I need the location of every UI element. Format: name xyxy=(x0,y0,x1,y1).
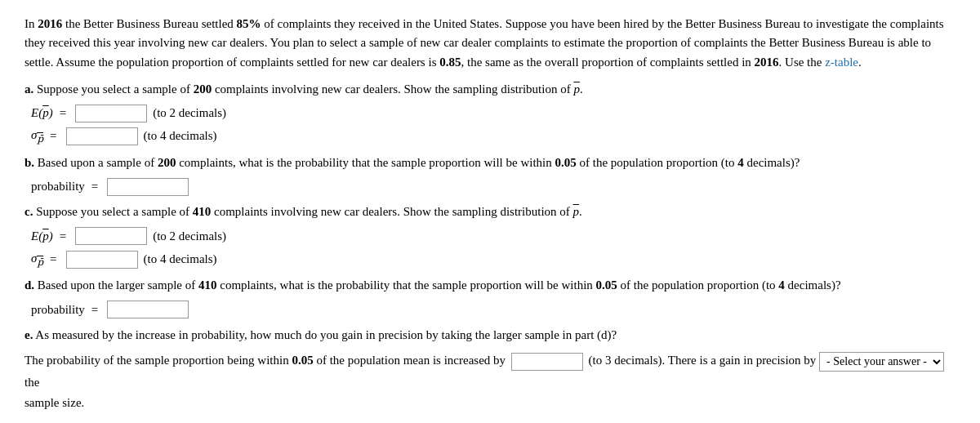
sigma-hint-a: (to 4 decimals) xyxy=(144,127,217,145)
section-e-text4: the xyxy=(24,376,39,389)
section-c-header: c. Suppose you select a sample of 410 co… xyxy=(24,203,956,221)
section-e-label: e. xyxy=(24,328,33,341)
section-a-header: a. Suppose you select a sample of 200 co… xyxy=(24,80,956,99)
section-e-detail: The probability of the sample proportion… xyxy=(24,350,956,394)
section-b-label: b. xyxy=(24,156,34,169)
section-c: c. Suppose you select a sample of 410 co… xyxy=(24,203,956,269)
sigma-label-a: σp̄ xyxy=(31,126,43,147)
prob-input-b[interactable] xyxy=(107,178,189,196)
sigma-input-c[interactable] xyxy=(66,251,138,269)
section-a: a. Suppose you select a sample of 200 co… xyxy=(24,80,956,147)
prob-input-d[interactable] xyxy=(107,301,189,318)
section-a-text: Suppose you select a sample of 200 compl… xyxy=(37,82,583,96)
section-b: b. Based upon a sample of 200 complaints… xyxy=(24,154,956,197)
section-d-label: d. xyxy=(24,278,34,292)
section-e-text: As measured by the increase in probabili… xyxy=(35,328,617,341)
sigma-label-c: σp̄ xyxy=(31,249,43,270)
section-b-text: Based upon a sample of 200 complaints, w… xyxy=(38,156,800,169)
ep-label-c: E(p) xyxy=(31,227,53,246)
section-d: d. Based upon the larger sample of 410 c… xyxy=(24,276,956,319)
ep-label-a: E(p) xyxy=(31,104,53,122)
section-e-text1: The probability of the sample proportion… xyxy=(24,354,506,367)
sigma-input-a[interactable] xyxy=(66,127,138,145)
increased-by-input[interactable] xyxy=(511,353,583,371)
section-c-text: Suppose you select a sample of 410 compl… xyxy=(36,205,582,218)
ep-input-a[interactable] xyxy=(75,105,147,122)
section-e-header: e. As measured by the increase in probab… xyxy=(24,326,956,345)
section-c-label: c. xyxy=(24,205,33,218)
ep-equals-a: = xyxy=(60,104,66,122)
section-e-last: sample size. xyxy=(24,394,956,412)
section-d-header: d. Based upon the larger sample of 410 c… xyxy=(24,276,956,295)
ep-hint-a: (to 2 decimals) xyxy=(153,104,226,122)
ep-equals-c: = xyxy=(60,227,66,246)
sigma-equals-a: = xyxy=(50,127,56,145)
prob-equals-d: = xyxy=(91,301,98,319)
prob-label-d: probability xyxy=(31,301,85,319)
section-a-label: a. xyxy=(24,82,33,96)
ep-hint-c: (to 2 decimals) xyxy=(153,227,226,246)
sigma-equals-c: = xyxy=(50,250,56,269)
section-b-header: b. Based upon a sample of 200 complaints… xyxy=(24,154,956,172)
select-answer-dropdown[interactable]: - Select your answer - increasing decrea… xyxy=(819,352,944,372)
section-e-sample-size-text: sample size. xyxy=(24,396,84,409)
section-d-text: Based upon the larger sample of 410 comp… xyxy=(38,278,841,292)
intro-paragraph: In 2016 the Better Business Bureau settl… xyxy=(24,15,956,72)
prob-equals-b: = xyxy=(91,177,98,196)
section-e: e. As measured by the increase in probab… xyxy=(24,326,956,413)
ep-input-c[interactable] xyxy=(75,227,147,245)
section-e-text3: (to 3 decimals). There is a gain in prec… xyxy=(589,354,817,367)
sigma-hint-c: (to 4 decimals) xyxy=(144,250,217,269)
prob-label-b: probability xyxy=(31,177,85,196)
ztable-link[interactable]: z-table xyxy=(825,56,858,69)
